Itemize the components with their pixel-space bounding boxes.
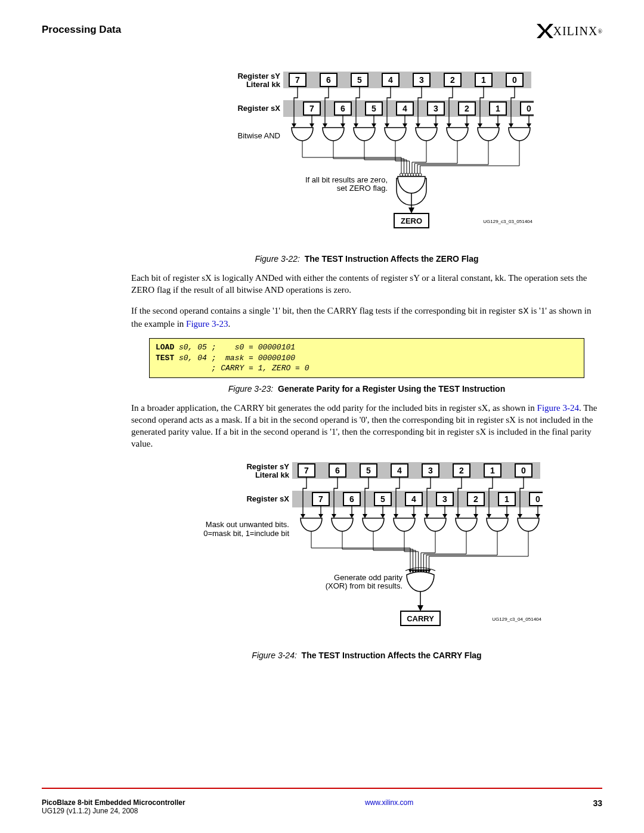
svg-marker-114 (301, 514, 305, 518)
svg-text:3: 3 (434, 104, 438, 113)
svg-marker-43 (354, 123, 358, 128)
svg-marker-40 (323, 123, 327, 128)
svg-text:Register sX: Register sX (246, 494, 289, 503)
svg-text:5: 5 (371, 104, 376, 113)
footer-rule (42, 788, 602, 789)
svg-text:3: 3 (419, 75, 424, 85)
svg-point-71 (419, 174, 422, 176)
figure-3-22-caption: Figure 3-22: The TEST Instruction Affect… (131, 254, 602, 264)
svg-marker-49 (416, 123, 420, 128)
svg-text:(XOR) from bit results.: (XOR) from bit results. (326, 581, 402, 590)
svg-text:5: 5 (380, 494, 385, 504)
registered-mark: ® (597, 28, 602, 35)
svg-text:7: 7 (304, 466, 309, 475)
svg-marker-39 (309, 123, 314, 128)
svg-text:5: 5 (357, 75, 362, 85)
svg-marker-45 (371, 123, 376, 128)
svg-text:2: 2 (459, 466, 464, 475)
svg-marker-128 (442, 514, 447, 518)
svg-text:Literal kk: Literal kk (255, 470, 290, 479)
footer-url[interactable]: www.xilinx.com (365, 798, 413, 807)
svg-text:1: 1 (504, 494, 509, 504)
svg-marker-137 (535, 514, 540, 518)
svg-text:If all bit results are zero,: If all bit results are zero, (305, 175, 388, 184)
svg-marker-60 (527, 123, 531, 128)
svg-text:6: 6 (340, 104, 345, 113)
svg-text:UG129_c3_04_051404: UG129_c3_04_051404 (492, 617, 541, 622)
svg-text:ZERO: ZERO (401, 216, 422, 225)
svg-marker-119 (349, 514, 354, 518)
svg-text:Register sX: Register sX (237, 104, 280, 113)
main-content: 76543210 Register sY Literal kk 76543210… (131, 68, 602, 660)
document-page: Processing Data XILINX® 76543210 Registe… (0, 0, 644, 833)
footer-doc-info: PicoBlaze 8-bit Embedded Microcontroller… (42, 798, 185, 815)
svg-text:2: 2 (465, 104, 469, 113)
svg-marker-122 (380, 514, 385, 518)
paragraph-3: In a broader application, the CARRY bit … (131, 402, 602, 450)
svg-marker-132 (487, 514, 491, 518)
figure-3-23-caption: Figure 3-23: Generate Parity for a Regis… (131, 384, 602, 394)
xilinx-logo: XILINX® (537, 24, 602, 38)
svg-marker-131 (473, 514, 478, 518)
figure-title: The TEST Instruction Affects the ZERO Fl… (305, 254, 479, 264)
page-number: 33 (593, 798, 602, 808)
svg-text:7: 7 (309, 104, 314, 113)
svg-text:set ZERO flag.: set ZERO flag. (337, 184, 388, 193)
svg-text:Generate odd parity: Generate odd parity (334, 573, 402, 582)
svg-marker-42 (340, 123, 345, 128)
svg-marker-54 (465, 123, 469, 128)
svg-text:Literal kk: Literal kk (246, 80, 281, 89)
svg-text:CARRY: CARRY (407, 614, 434, 623)
svg-marker-117 (332, 514, 336, 518)
figure-number: Figure 3-24: (252, 651, 296, 660)
figure-link-3-23[interactable]: Figure 3-23 (186, 319, 228, 329)
figure-number: Figure 3-23: (228, 384, 273, 394)
figure-3-24-diagram: 76543210 Register sY Literal kk 76543210… (131, 459, 602, 643)
svg-marker-116 (318, 514, 323, 518)
svg-marker-120 (363, 514, 367, 518)
svg-marker-57 (496, 123, 500, 128)
svg-text:Register sY: Register sY (237, 72, 280, 80)
svg-marker-52 (447, 123, 451, 128)
svg-text:0: 0 (512, 75, 517, 85)
figure-3-22-diagram: 76543210 Register sY Literal kk 76543210… (131, 68, 602, 247)
figure-link-3-24[interactable]: Figure 3-24 (537, 403, 579, 413)
svg-text:4: 4 (411, 494, 416, 504)
svg-marker-58 (509, 123, 513, 128)
figure-title: Generate Parity for a Register Using the… (278, 384, 505, 394)
svg-marker-73 (408, 208, 414, 213)
figure-3-23-code: LOAD s0, 05 ; s0 = 00000101 TEST s0, 04 … (149, 338, 584, 378)
paragraph-1: Each bit of register sX is logically AND… (131, 272, 602, 296)
svg-text:7: 7 (318, 494, 323, 504)
svg-marker-125 (411, 514, 416, 518)
svg-text:7: 7 (295, 75, 300, 85)
figure-title: The TEST Instruction Affects the CARRY F… (302, 651, 482, 660)
svg-text:6: 6 (326, 75, 331, 85)
svg-text:UG129_c3_03_051404: UG129_c3_03_051404 (483, 219, 532, 224)
svg-marker-46 (385, 123, 389, 128)
svg-text:0: 0 (535, 494, 540, 504)
svg-text:Mask out unwanted bits.: Mask out unwanted bits. (206, 520, 289, 529)
svg-text:Register sY: Register sY (246, 462, 289, 471)
svg-text:2: 2 (473, 494, 478, 504)
page-header: Processing Data XILINX® (42, 24, 602, 38)
svg-text:0: 0 (521, 466, 526, 475)
svg-text:4: 4 (402, 104, 407, 113)
svg-text:3: 3 (442, 494, 447, 504)
section-title: Processing Data (42, 24, 121, 36)
svg-text:4: 4 (388, 75, 393, 85)
svg-marker-55 (478, 123, 482, 128)
svg-marker-126 (425, 514, 429, 518)
svg-text:2: 2 (450, 75, 455, 85)
xilinx-logo-icon (537, 24, 553, 38)
svg-text:3: 3 (428, 466, 433, 475)
svg-text:1: 1 (496, 104, 500, 113)
svg-marker-135 (518, 514, 522, 518)
svg-text:4: 4 (397, 466, 402, 475)
svg-marker-151 (417, 605, 423, 611)
svg-text:0=mask bit, 1=include bit: 0=mask bit, 1=include bit (203, 529, 289, 538)
svg-text:0: 0 (527, 104, 531, 113)
paragraph-2: If the second operand contains a single … (131, 305, 602, 330)
figure-number: Figure 3-22: (255, 254, 299, 264)
svg-marker-48 (402, 123, 407, 128)
